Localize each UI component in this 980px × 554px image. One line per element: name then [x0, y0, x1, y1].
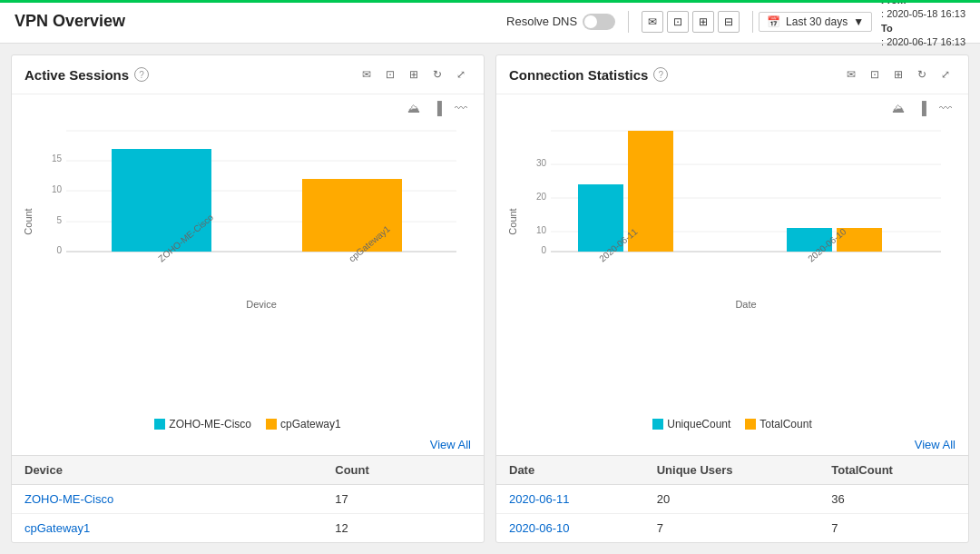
- resolve-dns-control: Resolve DNS: [506, 14, 615, 30]
- legend-label-zoho: ZOHO-ME-Cisco: [169, 418, 251, 430]
- date-link-0611[interactable]: 2020-06-11: [496, 485, 644, 514]
- resolve-dns-toggle[interactable]: [583, 14, 615, 30]
- active-sessions-view-all-row: View All: [12, 434, 484, 455]
- col-count: Count: [322, 456, 484, 485]
- svg-rect-12: [302, 179, 402, 252]
- active-sessions-title: Active Sessions: [24, 67, 129, 83]
- pdf-action-icon[interactable]: ⊡: [380, 64, 400, 84]
- svg-text:0: 0: [56, 245, 62, 255]
- date-info: From: 2020-05-18 16:13 To: 2020-06-17 16…: [881, 0, 965, 49]
- legend-item-total: TotalCount: [745, 418, 811, 430]
- svg-text:Device: Device: [246, 299, 277, 310]
- date-range-picker[interactable]: 📅 Last 30 days ▼: [759, 12, 872, 32]
- col-device: Device: [12, 456, 322, 485]
- legend-color-unique: [652, 419, 663, 430]
- legend-item-zoho: ZOHO-ME-Cisco: [154, 418, 251, 430]
- device-link-cp[interactable]: cpGateway1: [12, 514, 322, 543]
- active-sessions-chart: Count 0 5 10 15 ZOHO-ME-Cisco: [12, 122, 484, 414]
- unique-0610: 7: [644, 514, 819, 543]
- active-sessions-legend: ZOHO-ME-Cisco cpGateway1: [12, 414, 484, 434]
- total-0611: 36: [818, 485, 968, 514]
- legend-label-unique: UniqueCount: [667, 418, 730, 430]
- export-icons: ✉ ⊡ ⊞ ⊟: [642, 11, 740, 33]
- svg-text:10: 10: [536, 225, 547, 235]
- connection-stats-actions: ✉ ⊡ ⊞ ↻ ⤢: [841, 64, 956, 84]
- legend-color-cp: [266, 419, 277, 430]
- separator-1: [628, 11, 629, 33]
- bar-chart-icon[interactable]: ▐: [427, 98, 447, 118]
- export-icon[interactable]: ⊞: [692, 11, 714, 33]
- active-sessions-table: Device Count ZOHO-ME-Cisco 17 cpGateway1…: [12, 455, 484, 542]
- schedule-icon[interactable]: ⊟: [718, 11, 740, 33]
- connection-stats-view-all-row: View All: [496, 434, 968, 455]
- topbar: VPN Overview Resolve DNS ✉ ⊡ ⊞ ⊟ 📅 Last …: [0, 0, 980, 44]
- active-sessions-view-all[interactable]: View All: [430, 438, 471, 451]
- table-row: ZOHO-ME-Cisco 17: [12, 485, 484, 514]
- col-date: Date: [496, 456, 644, 485]
- from-date: From: 2020-05-18 16:13: [881, 0, 965, 22]
- svg-text:30: 30: [536, 158, 547, 168]
- svg-text:15: 15: [52, 153, 63, 163]
- total-0610: 7: [818, 514, 968, 543]
- device-link-zoho[interactable]: ZOHO-ME-Cisco: [12, 485, 322, 514]
- active-sessions-help[interactable]: ?: [134, 67, 149, 82]
- cs-pdf-icon[interactable]: ⊡: [865, 64, 885, 84]
- expand-action-icon[interactable]: ⤢: [451, 64, 471, 84]
- active-sessions-panel: Active Sessions ? ✉ ⊡ ⊞ ↻ ⤢ ⛰ ▐ 〰 Count: [11, 54, 485, 543]
- connection-stats-header: Connection Statistics ? ✉ ⊡ ⊞ ↻ ⤢: [496, 55, 968, 94]
- svg-text:Count: Count: [23, 208, 34, 234]
- connection-stats-help[interactable]: ?: [653, 67, 668, 82]
- svg-rect-11: [112, 149, 211, 252]
- date-link-0610[interactable]: 2020-06-10: [496, 514, 644, 543]
- cs-refresh-icon[interactable]: ↻: [912, 64, 932, 84]
- connection-stats-view-all[interactable]: View All: [915, 438, 956, 451]
- svg-text:5: 5: [56, 215, 62, 225]
- connection-stats-table: Date Unique Users TotalCount 2020-06-11 …: [496, 455, 968, 542]
- separator-2: [752, 11, 753, 33]
- legend-color-total: [745, 419, 756, 430]
- email-icon[interactable]: ✉: [642, 11, 663, 33]
- active-sessions-header: Active Sessions ? ✉ ⊡ ⊞ ↻ ⤢: [12, 55, 484, 94]
- cs-bar-chart-icon[interactable]: ▐: [912, 98, 932, 118]
- svg-text:Count: Count: [507, 208, 518, 234]
- chevron-down-icon: ▼: [853, 15, 864, 28]
- active-sessions-chart-toolbar: ⛰ ▐ 〰: [12, 94, 484, 122]
- main-content: Active Sessions ? ✉ ⊡ ⊞ ↻ ⤢ ⛰ ▐ 〰 Count: [0, 44, 980, 554]
- table-row: 2020-06-11 20 36: [496, 485, 968, 514]
- count-zoho: 17: [322, 485, 484, 514]
- legend-label-cp: cpGateway1: [280, 418, 341, 430]
- refresh-action-icon[interactable]: ↻: [427, 64, 447, 84]
- calendar-icon: 📅: [767, 15, 780, 28]
- cs-email-icon[interactable]: ✉: [841, 64, 861, 84]
- email-action-icon[interactable]: ✉: [357, 64, 377, 84]
- connection-stats-chart-toolbar: ⛰ ▐ 〰: [496, 94, 968, 122]
- line-chart-icon[interactable]: 〰: [451, 98, 471, 118]
- unique-0611: 20: [644, 485, 819, 514]
- toggle-knob: [584, 15, 597, 28]
- page-title: VPN Overview: [15, 12, 125, 31]
- table-row: 2020-06-10 7 7: [496, 514, 968, 543]
- col-unique-users: Unique Users: [644, 456, 819, 485]
- svg-text:20: 20: [536, 192, 547, 202]
- connection-statistics-panel: Connection Statistics ? ✉ ⊡ ⊞ ↻ ⤢ ⛰ ▐ 〰 …: [495, 54, 969, 543]
- connection-stats-title: Connection Statistics: [509, 67, 648, 83]
- connection-stats-legend: UniqueCount TotalCount: [496, 414, 968, 434]
- export-action-icon[interactable]: ⊞: [404, 64, 424, 84]
- count-cp: 12: [322, 514, 484, 543]
- svg-text:0: 0: [541, 245, 546, 255]
- date-range-label: Last 30 days: [786, 15, 848, 28]
- col-total-count: TotalCount: [818, 456, 968, 485]
- cs-expand-icon[interactable]: ⤢: [936, 64, 956, 84]
- cs-area-chart-icon[interactable]: ⛰: [888, 98, 908, 118]
- area-chart-icon[interactable]: ⛰: [404, 98, 424, 118]
- to-date: To: 2020-06-17 16:13: [881, 22, 965, 50]
- legend-item-cp: cpGateway1: [266, 418, 341, 430]
- legend-label-total: TotalCount: [760, 418, 811, 430]
- cs-line-chart-icon[interactable]: 〰: [936, 98, 956, 118]
- legend-color-zoho: [154, 419, 165, 430]
- progress-bar: [0, 0, 980, 3]
- active-sessions-actions: ✉ ⊡ ⊞ ↻ ⤢: [357, 64, 471, 84]
- pdf-icon[interactable]: ⊡: [667, 11, 689, 33]
- table-row: cpGateway1 12: [12, 514, 484, 543]
- cs-export-icon[interactable]: ⊞: [888, 64, 908, 84]
